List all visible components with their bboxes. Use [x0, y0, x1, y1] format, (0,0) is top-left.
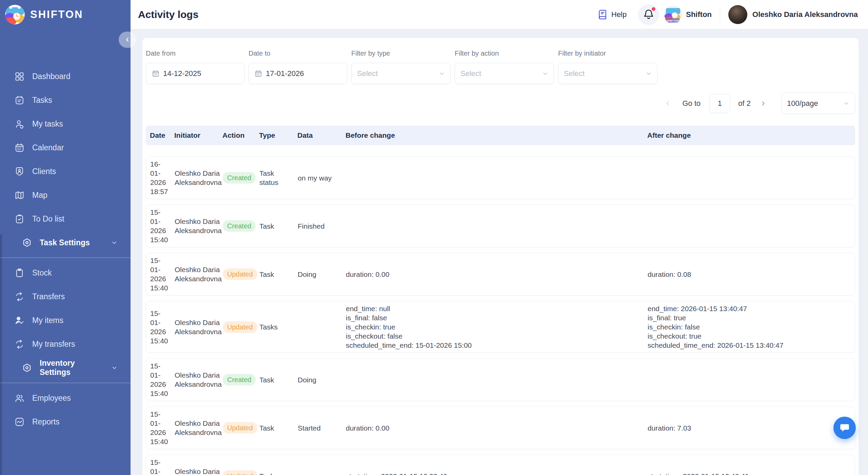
column-header-date: Date	[150, 131, 174, 139]
action-select-placeholder: Select	[460, 69, 481, 78]
column-header-type: Type	[259, 131, 297, 139]
sidebar-item-label: Inventory Settings	[40, 359, 104, 377]
prev-page-button[interactable]	[665, 100, 671, 107]
sidebar-item-reports[interactable]: Reports	[0, 410, 131, 434]
sidebar-item-clients[interactable]: Clients	[0, 159, 131, 183]
tasks-icon	[14, 95, 25, 106]
sidebar-item-my-items[interactable]: My items	[0, 308, 131, 332]
brand: SHIFTON	[0, 0, 131, 24]
my-items-icon	[14, 315, 25, 326]
chat-widget-button[interactable]	[833, 417, 856, 439]
table-row: 16-01-2026 18:57Oleshko Daria Aleksandro…	[146, 156, 855, 199]
column-header-before-change: Before change	[346, 131, 647, 139]
action-badge: Updated	[223, 470, 257, 475]
sidebar-item-label: Dashboard	[32, 72, 71, 81]
cell-action: Updated	[223, 321, 259, 333]
sidebar-item-to-do-list[interactable]: To Do list	[0, 207, 131, 231]
page-title: Activity logs	[138, 9, 198, 20]
action-badge: Created	[223, 172, 256, 184]
cell-initiator: Oleshko Daria Aleksandrovna	[175, 217, 223, 235]
user-name[interactable]: Oleshko Daria Aleksandrovna	[752, 10, 858, 19]
cell-type: Task	[259, 270, 298, 279]
chevron-down-icon	[439, 71, 445, 77]
sidebar-item-label: Employees	[32, 394, 71, 403]
filter-date-to: Date to 17-01-2026	[249, 50, 347, 84]
sidebar-divider	[0, 258, 131, 258]
sidebar-item-employees[interactable]: Employees	[0, 386, 131, 410]
chat-bubble-icon	[839, 422, 850, 434]
sidebar-item-my-transfers[interactable]: My transfers	[0, 332, 131, 356]
chevron-down-icon	[111, 239, 118, 246]
notifications-button[interactable]	[638, 4, 659, 25]
cell-data: Doing	[298, 375, 346, 384]
cell-type: Tasks	[259, 472, 298, 475]
main-scrollbar[interactable]	[863, 89, 867, 475]
sidebar-item-label: My items	[32, 316, 63, 325]
table-row: 15-01-2026 15:40Oleshko Daria Aleksandro…	[146, 301, 855, 353]
help-label: Help	[611, 10, 627, 19]
date-to-value: 17-01-2026	[266, 69, 304, 78]
initiator-select-placeholder: Select	[564, 69, 585, 78]
page-size-select[interactable]: 100/page	[781, 93, 855, 114]
cell-initiator: Oleshko Daria Aleksandrovna	[175, 169, 223, 187]
cell-date: 15-01-2026 15:40	[150, 410, 175, 446]
action-badge: Updated	[223, 268, 257, 280]
sidebar-item-map[interactable]: Map	[0, 183, 131, 207]
cell-after-change: end_time: 2026-01-15 13:40:47is_final: t…	[648, 304, 855, 350]
my-tasks-icon	[14, 119, 25, 129]
table-header: Date Initiator Action Type Data Before c…	[146, 126, 855, 145]
cell-date: 15-01-2026 15:40	[150, 361, 175, 398]
sidebar-collapse-button[interactable]	[119, 32, 136, 48]
cell-initiator: Oleshko Daria Aleksandrovna	[175, 467, 223, 475]
action-badge: Created	[223, 220, 256, 232]
action-badge: Updated	[223, 321, 257, 333]
map-icon	[14, 190, 25, 201]
action-select[interactable]: Select	[455, 63, 554, 84]
sidebar-item-inventory-settings[interactable]: Inventory Settings	[0, 356, 131, 380]
sidebar-item-transfers[interactable]: Transfers	[0, 285, 131, 308]
cell-initiator: Oleshko Daria Aleksandrovna	[175, 419, 223, 437]
cell-action: Updated	[223, 470, 259, 475]
chevron-left-icon	[665, 100, 671, 107]
cell-data: on my way	[298, 173, 346, 183]
filter-by-type: Filter by type Select	[351, 50, 451, 84]
sidebar-item-label: To Do list	[32, 214, 64, 224]
cell-before-change: start_time: 2026-01-15 13:33:40	[346, 472, 648, 475]
sidebar-item-calendar[interactable]: Calendar	[0, 136, 131, 159]
page-number-input[interactable]	[709, 94, 730, 113]
date-from-input[interactable]: 14-12-2025	[146, 63, 244, 84]
sidebar-item-my-tasks[interactable]: My tasks	[0, 112, 131, 136]
cell-date: 15-01-2026 15:40	[150, 208, 175, 244]
sidebar-nav: DashboardTasksMy tasksCalendarClientsMap…	[0, 64, 131, 434]
workspace-switcher[interactable]: SHIFTON Shifton	[664, 5, 712, 24]
table-row: 15-01-2026 15:40Oleshko Daria Aleksandro…	[146, 205, 855, 247]
chevron-down-icon	[111, 364, 118, 371]
cell-data: Finished	[298, 222, 346, 231]
date-from-value: 14-12-2025	[163, 69, 201, 78]
sidebar-item-stock[interactable]: Stock	[0, 261, 131, 285]
type-select[interactable]: Select	[351, 63, 451, 84]
gear-icon	[22, 363, 32, 373]
chevron-down-icon	[843, 100, 849, 107]
sidebar-scrollbar[interactable]	[0, 234, 2, 475]
action-badge: Updated	[223, 422, 257, 434]
cell-type: Tasks	[259, 322, 298, 331]
sidebar-item-label: My transfers	[32, 340, 75, 349]
table-row: 15-01-2026 15:40Oleshko Daria Aleksandro…	[146, 253, 855, 296]
next-page-button[interactable]	[760, 100, 766, 107]
cell-date: 15-01-2026 15:40	[150, 256, 175, 292]
sidebar-item-tasks[interactable]: Tasks	[0, 88, 131, 112]
help-button[interactable]: Help	[597, 9, 627, 20]
cell-action: Created	[223, 220, 259, 232]
date-from-label: Date from	[146, 50, 244, 57]
initiator-select[interactable]: Select	[558, 63, 657, 84]
filter-initiator-label: Filter by initiator	[558, 50, 657, 57]
filter-by-initiator: Filter by initiator Select	[558, 50, 657, 84]
avatar[interactable]	[728, 5, 747, 24]
cell-action: Updated	[223, 268, 259, 280]
transfers-icon	[14, 291, 25, 302]
sidebar-item-dashboard[interactable]: Dashboard	[0, 64, 131, 88]
date-to-input[interactable]: 17-01-2026	[249, 63, 347, 84]
workspace-name: Shifton	[686, 10, 712, 19]
sidebar-item-task-settings[interactable]: Task Settings	[0, 231, 131, 254]
